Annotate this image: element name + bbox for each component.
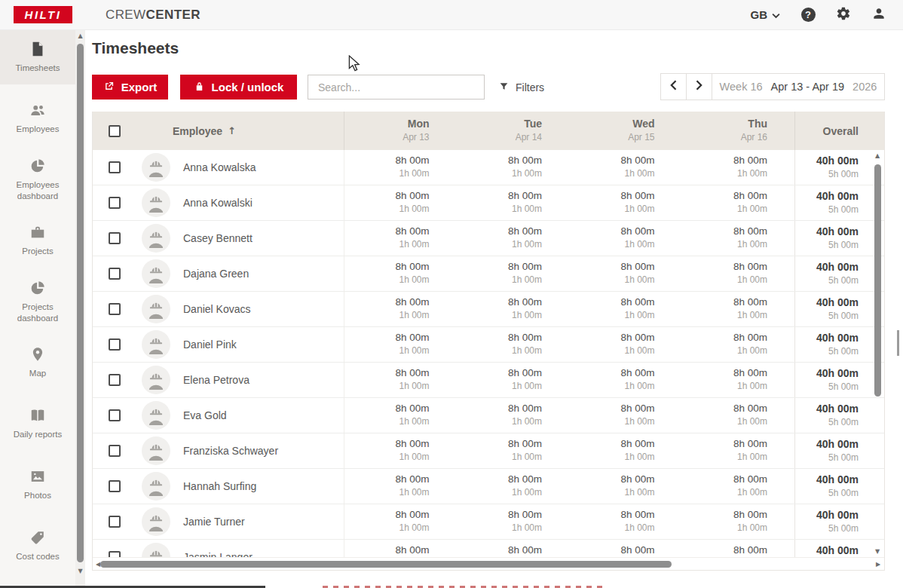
row-checkbox[interactable] [109,268,121,280]
employee-cell[interactable]: Anna Kowalski [136,185,344,220]
day-hours-cell[interactable]: 8h 00m1h 00m [569,221,682,256]
employee-cell[interactable]: Dajana Green [136,256,344,291]
next-week-button[interactable] [687,74,712,100]
day-hours-cell[interactable]: 8h 00m1h 00m [682,150,795,185]
table-horizontal-scrollbar[interactable]: ◀ ▶ [93,557,884,570]
sidebar-item-photos[interactable]: Photos [0,458,75,512]
export-button[interactable]: Export [92,75,168,100]
day-hours-cell[interactable]: 8h 00m1h 00m [344,185,457,220]
column-header-tue[interactable]: TueApr 14 [457,112,570,150]
scroll-up-arrow[interactable]: ▲ [75,32,85,41]
day-hours-cell[interactable]: 8h 00m1h 00m [344,150,457,185]
employee-cell[interactable]: Daniel Kovacs [136,292,344,326]
day-hours-cell[interactable]: 8h 00m1h 00m [682,469,795,504]
day-hours-cell[interactable]: 8h 00m1h 00m [682,540,795,558]
day-hours-cell[interactable]: 8h 00m1h 00m [569,363,682,397]
sidebar-item-employees[interactable]: Employees [0,91,75,145]
table-vertical-scrollbar[interactable]: ▲ ▼ [872,152,883,556]
day-hours-cell[interactable]: 8h 00m1h 00m [569,327,682,362]
day-hours-cell[interactable]: 8h 00m1h 00m [344,469,457,504]
day-hours-cell[interactable]: 8h 00m1h 00m [457,540,570,558]
column-header-thu[interactable]: ThuApr 16 [682,112,795,150]
day-hours-cell[interactable]: 8h 00m1h 00m [569,433,682,468]
table-scroll-right-arrow[interactable]: ▶ [874,558,883,571]
day-hours-cell[interactable]: 8h 00m1h 00m [344,398,457,433]
day-hours-cell[interactable]: 8h 00m1h 00m [682,256,795,291]
select-all-checkbox[interactable] [109,125,121,137]
row-checkbox[interactable] [109,374,121,386]
employee-cell[interactable]: Franziska Schwayer [136,433,344,468]
row-checkbox[interactable] [109,232,121,244]
help-button[interactable]: ? [800,8,816,23]
user-menu-button[interactable] [871,8,886,23]
column-header-mon[interactable]: MonApr 13 [344,112,457,150]
sidebar-item-projects[interactable]: Projects [0,213,75,268]
table-vertical-thumb[interactable] [874,164,881,397]
day-hours-cell[interactable]: 8h 00m1h 00m [457,327,570,362]
employee-cell[interactable]: Jamie Turner [136,504,344,539]
language-selector[interactable]: GB [751,8,781,21]
day-hours-cell[interactable]: 8h 00m1h 00m [682,221,795,256]
previous-week-button[interactable] [661,74,687,100]
employee-cell[interactable]: Daniel Pink [136,327,344,362]
day-hours-cell[interactable]: 8h 00m1h 00m [682,327,795,362]
table-scroll-up-arrow[interactable]: ▲ [872,152,883,161]
scroll-down-arrow[interactable]: ▼ [75,567,85,576]
day-hours-cell[interactable]: 8h 00m1h 00m [457,256,570,291]
day-hours-cell[interactable]: 8h 00m1h 00m [569,150,682,185]
day-hours-cell[interactable]: 8h 00m1h 00m [682,185,795,220]
sidebar-item-projects-dashboard[interactable]: Projects dashboard [0,274,75,329]
day-hours-cell[interactable]: 8h 00m1h 00m [344,540,457,558]
day-hours-cell[interactable]: 8h 00m1h 00m [569,504,682,539]
row-checkbox[interactable] [109,516,121,528]
filters-button[interactable]: Filters [499,75,544,100]
sidebar-item-map[interactable]: Map [0,335,75,390]
day-hours-cell[interactable]: 8h 00m1h 00m [344,292,457,326]
day-hours-cell[interactable]: 8h 00m1h 00m [457,292,570,326]
day-hours-cell[interactable]: 8h 00m1h 00m [569,398,682,433]
day-hours-cell[interactable]: 8h 00m1h 00m [344,327,457,362]
day-hours-cell[interactable]: 8h 00m1h 00m [569,292,682,326]
day-hours-cell[interactable]: 8h 00m1h 00m [457,504,570,539]
sidebar-item-cost-codes[interactable]: Cost codes [0,519,75,573]
table-scroll-down-arrow[interactable]: ▼ [872,547,883,556]
sidebar-item-daily-reports[interactable]: Daily reports [0,397,75,451]
day-hours-cell[interactable]: 8h 00m1h 00m [682,433,795,468]
day-hours-cell[interactable]: 8h 00m1h 00m [344,256,457,291]
search-input[interactable] [308,75,485,100]
employee-cell[interactable]: Eva Gold [136,398,344,433]
lock-unlock-button[interactable]: Lock / unlock [180,75,297,100]
day-hours-cell[interactable]: 8h 00m1h 00m [457,398,570,433]
table-horizontal-thumb[interactable] [100,561,672,568]
sidebar-item-timesheets[interactable]: Timesheets [0,30,75,84]
day-hours-cell[interactable]: 8h 00m1h 00m [457,221,570,256]
row-checkbox[interactable] [109,161,121,173]
column-header-employee[interactable]: Employee ↑ [136,112,344,150]
day-hours-cell[interactable]: 8h 00m1h 00m [569,540,682,558]
day-hours-cell[interactable]: 8h 00m1h 00m [344,363,457,397]
day-hours-cell[interactable]: 8h 00m1h 00m [682,398,795,433]
row-checkbox[interactable] [109,197,121,209]
settings-button[interactable] [836,8,851,23]
day-hours-cell[interactable]: 8h 00m1h 00m [457,433,570,468]
day-hours-cell[interactable]: 8h 00m1h 00m [682,363,795,397]
day-hours-cell[interactable]: 8h 00m1h 00m [457,469,570,504]
day-hours-cell[interactable]: 8h 00m1h 00m [457,150,570,185]
employee-cell[interactable]: Casey Bennett [136,221,344,256]
row-checkbox[interactable] [109,338,121,351]
day-hours-cell[interactable]: 8h 00m1h 00m [457,185,570,220]
day-hours-cell[interactable]: 8h 00m1h 00m [457,363,570,397]
employee-cell[interactable]: Elena Petrova [136,363,344,397]
row-checkbox[interactable] [109,409,121,421]
day-hours-cell[interactable]: 8h 00m1h 00m [682,292,795,326]
week-display[interactable]: Week 16 Apr 13 - Apr 19 2026 [712,74,884,100]
day-hours-cell[interactable]: 8h 00m1h 00m [569,185,682,220]
column-header-wed[interactable]: WedApr 15 [569,112,682,150]
day-hours-cell[interactable]: 8h 00m1h 00m [569,256,682,291]
row-checkbox[interactable] [109,445,121,457]
day-hours-cell[interactable]: 8h 00m1h 00m [344,504,457,539]
day-hours-cell[interactable]: 8h 00m1h 00m [569,469,682,504]
employee-cell[interactable]: Hannah Surfing [136,469,344,504]
day-hours-cell[interactable]: 8h 00m1h 00m [344,221,457,256]
row-checkbox[interactable] [109,480,121,492]
